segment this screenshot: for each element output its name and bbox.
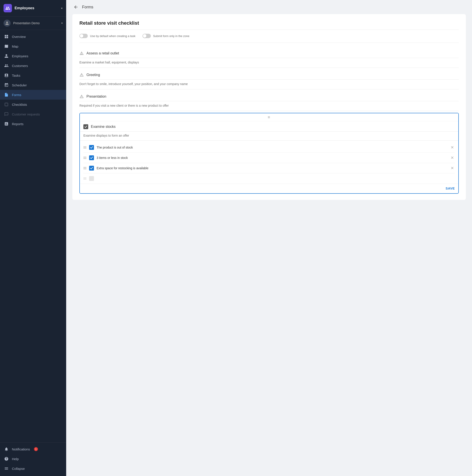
active-section-desc: Examine displays to form an offer bbox=[80, 132, 458, 141]
item-drag-handle-trunc bbox=[83, 177, 87, 180]
toggle-default-switch[interactable] bbox=[79, 34, 88, 38]
sidebar-item-checklists[interactable]: Checklists bbox=[0, 100, 66, 109]
grid-icon bbox=[4, 34, 9, 39]
sidebar-item-tasks[interactable]: Tasks bbox=[0, 70, 66, 80]
checklist-item: 3 items or less in stock ✕ bbox=[83, 153, 455, 163]
section-title-assess: Assess a retail outlet bbox=[87, 51, 119, 55]
form-card: Retail store visit checklist Use by defa… bbox=[72, 14, 466, 200]
bell-icon bbox=[4, 447, 9, 452]
section-desc-greeting: Don't forget to smile, introduce yoursel… bbox=[79, 80, 459, 89]
section-icon-greeting bbox=[79, 73, 84, 77]
section-icon-assess bbox=[79, 51, 84, 55]
item-checkbox-2[interactable] bbox=[89, 155, 94, 160]
svg-point-2 bbox=[81, 54, 82, 54]
back-button[interactable] bbox=[72, 3, 79, 11]
svg-point-5 bbox=[81, 76, 82, 76]
form-icon bbox=[4, 92, 9, 97]
section-desc-assess: Examine a market hall, equipment, displa… bbox=[79, 58, 459, 68]
section-header-assess: Assess a retail outlet bbox=[79, 48, 459, 58]
sidebar-item-label: Scheduler bbox=[12, 83, 27, 87]
item-close-2[interactable]: ✕ bbox=[450, 155, 455, 160]
sidebar-item-label: Collapse bbox=[12, 467, 25, 471]
person-icon bbox=[4, 53, 9, 58]
item-drag-handle[interactable] bbox=[83, 146, 87, 149]
form-section-active: ≡ Examine stocks Examine displays to for… bbox=[79, 113, 459, 194]
reports-icon bbox=[4, 121, 9, 126]
sidebar: Employees ▾ Presentation Demo ▾ Overview… bbox=[0, 0, 66, 476]
section-header-presentation: Presentation bbox=[79, 91, 459, 101]
calendar-icon bbox=[4, 83, 9, 87]
main-area: Forms Retail store visit checklist Use b… bbox=[66, 0, 472, 476]
sidebar-item-reports[interactable]: Reports bbox=[0, 119, 66, 129]
form-section-greeting: Greeting Don't forget to smile, introduc… bbox=[79, 70, 459, 89]
checklist-items: The product is out of stock ✕ 3 items or… bbox=[80, 141, 458, 184]
sidebar-user-chevron-icon: ▾ bbox=[61, 22, 63, 25]
toggle-default[interactable]: Use by default when creating a task bbox=[79, 34, 135, 38]
sidebar-item-employees[interactable]: Employees bbox=[0, 51, 66, 61]
item-text-1: The product is out of stock bbox=[97, 146, 447, 149]
sidebar-item-label: Checklists bbox=[12, 103, 27, 106]
sidebar-user[interactable]: Presentation Demo ▾ bbox=[0, 17, 66, 30]
form-section-assess: Assess a retail outlet Examine a market … bbox=[79, 48, 459, 68]
sidebar-app-title: Employees bbox=[15, 6, 58, 10]
sidebar-item-overview[interactable]: Overview bbox=[0, 32, 66, 41]
toggle-zone-switch[interactable] bbox=[143, 34, 151, 38]
sidebar-logo bbox=[3, 4, 12, 12]
help-icon bbox=[4, 456, 9, 461]
item-checkbox-truncated bbox=[89, 176, 94, 181]
sidebar-item-customers[interactable]: Customers bbox=[0, 61, 66, 70]
page-header: Forms bbox=[66, 0, 472, 14]
sidebar-item-collapse[interactable]: Collapse bbox=[0, 464, 66, 473]
toggle-default-label: Use by default when creating a task bbox=[90, 34, 135, 38]
drag-handle-top[interactable]: ≡ bbox=[80, 113, 458, 121]
save-row: SAVE bbox=[80, 184, 458, 193]
form-title: Retail store visit checklist bbox=[79, 20, 459, 30]
sidebar-item-notifications[interactable]: Notifications 1 bbox=[0, 444, 66, 454]
sidebar-item-label: Customers bbox=[12, 64, 28, 68]
sidebar-item-label: Notifications bbox=[12, 447, 30, 451]
sidebar-header[interactable]: Employees ▾ bbox=[0, 0, 66, 17]
sidebar-item-help[interactable]: Help bbox=[0, 454, 66, 464]
checklist-item: Extra space for restocking is available … bbox=[83, 163, 455, 173]
save-button[interactable]: SAVE bbox=[446, 187, 455, 190]
checklist-item: The product is out of stock ✕ bbox=[83, 142, 455, 153]
task-icon bbox=[4, 73, 9, 78]
form-section-presentation: Presentation Required if you visit a new… bbox=[79, 91, 459, 111]
section-title-greeting: Greeting bbox=[87, 73, 100, 77]
sidebar-item-label: Help bbox=[12, 457, 19, 461]
section-icon-presentation bbox=[79, 94, 84, 99]
group-icon bbox=[4, 63, 9, 68]
toggle-zone[interactable]: Submit form only in the zone bbox=[143, 34, 189, 38]
section-header-greeting: Greeting bbox=[79, 70, 459, 80]
item-drag-handle[interactable] bbox=[83, 157, 87, 159]
item-text-3: Extra space for restocking is available bbox=[97, 166, 447, 170]
section-title-presentation: Presentation bbox=[87, 95, 106, 99]
section-desc-presentation: Required if you visit a new client or th… bbox=[79, 101, 459, 111]
sidebar-item-forms[interactable]: Forms bbox=[0, 90, 66, 100]
sidebar-item-label: Employees bbox=[12, 54, 28, 58]
sidebar-header-chevron-icon: ▾ bbox=[61, 7, 63, 10]
user-avatar-icon bbox=[3, 20, 11, 27]
sidebar-item-label: Forms bbox=[12, 93, 21, 97]
notification-badge: 1 bbox=[34, 447, 38, 451]
drag-handle-icon: ≡ bbox=[268, 115, 271, 120]
item-close-3[interactable]: ✕ bbox=[450, 166, 455, 170]
item-checkbox-3[interactable] bbox=[89, 166, 94, 170]
sidebar-nav: Overview Map Employees Customers bbox=[0, 30, 66, 442]
item-close-1[interactable]: ✕ bbox=[450, 145, 455, 150]
item-checkbox-1[interactable] bbox=[89, 145, 94, 150]
sidebar-item-label: Map bbox=[12, 45, 18, 48]
checklist-icon bbox=[4, 102, 9, 107]
sidebar-item-customer-requests: Customer requests bbox=[0, 109, 66, 119]
requests-icon bbox=[4, 112, 9, 117]
item-text-2: 3 items or less in stock bbox=[97, 156, 447, 160]
active-section-checkbox[interactable] bbox=[83, 124, 88, 129]
item-drag-handle[interactable] bbox=[83, 167, 87, 169]
sidebar-item-scheduler[interactable]: Scheduler bbox=[0, 80, 66, 90]
sidebar-item-map[interactable]: Map bbox=[0, 41, 66, 51]
page-title: Forms bbox=[82, 5, 93, 9]
active-section-header: Examine stocks bbox=[80, 121, 458, 132]
item-truncated bbox=[83, 173, 455, 182]
sidebar-item-label: Tasks bbox=[12, 74, 20, 77]
sidebar-item-label: Overview bbox=[12, 35, 26, 39]
